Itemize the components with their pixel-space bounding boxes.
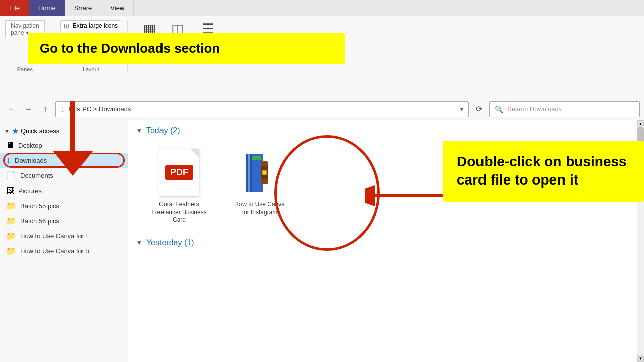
collapse-arrow-icon: ▼	[4, 128, 10, 134]
scroll-up-button[interactable]: ▲	[637, 120, 644, 127]
downloads-folder-icon: ↓	[6, 155, 11, 166]
sidebar-batch56-label: Batch 56 pics	[20, 217, 59, 225]
winrar-file-label: How to Use Canva for Instagram	[231, 201, 288, 216]
svg-rect-2	[250, 154, 252, 192]
search-icon: 🔍	[495, 105, 503, 113]
sidebar-batch55-label: Batch 55 pics	[20, 202, 59, 210]
sidebar-desktop-label: Desktop	[18, 142, 42, 149]
yesterday-section-header: ▼ Yesterday (1)	[136, 238, 629, 247]
today-collapse-icon[interactable]: ▼	[136, 127, 142, 134]
pictures-icon: 🖼	[6, 186, 14, 195]
refresh-button[interactable]: ⟳	[472, 102, 486, 116]
back-button[interactable]: ←	[4, 102, 18, 116]
extra-large-label: Extra large icons	[73, 22, 118, 29]
pdf-document-icon: PDF	[159, 149, 199, 197]
pdf-icon-wrapper: PDF	[154, 147, 204, 198]
pdf-badge: PDF	[165, 165, 193, 180]
svg-rect-1	[248, 154, 250, 192]
svg-rect-7	[263, 171, 266, 174]
address-chevron-icon: ▾	[460, 106, 463, 113]
extra-large-icons-btn[interactable]: ⊞ Extra large icons	[60, 20, 121, 31]
quick-access-label: Quick access	[21, 127, 59, 135]
batch55-folder-icon: 📁	[6, 201, 16, 211]
quick-access-header[interactable]: ▼ ★ Quick access	[0, 124, 128, 138]
address-bar[interactable]: ↓ This PC > Downloads ▾	[55, 101, 469, 117]
sidebar-pictures-label: Pictures	[18, 187, 42, 195]
downloads-icon: ↓	[61, 105, 65, 114]
forward-button[interactable]: →	[21, 102, 35, 116]
tab-file[interactable]: File	[0, 0, 29, 16]
quick-access-star-icon: ★	[12, 126, 19, 136]
sidebar-item-batch56[interactable]: 📁 Batch 56 pics	[0, 213, 128, 228]
sidebar-item-batch55[interactable]: 📁 Batch 55 pics	[0, 198, 128, 213]
sidebar-quick-access-items: 🖥 Desktop ↓ Downloads 📄 Documents 🖼 Pict…	[0, 138, 128, 258]
sidebar-canva1-label: How to Use Canva for F	[20, 232, 90, 240]
address-breadcrumb: This PC > Downloads	[68, 105, 460, 113]
pdf-file-label: Coral Feathers Freelancer Business Card	[150, 201, 208, 224]
yesterday-collapse-icon[interactable]: ▼	[136, 239, 142, 246]
sidebar-item-documents[interactable]: 📄 Documents	[0, 168, 128, 183]
yesterday-section-title: Yesterday (1)	[146, 238, 194, 247]
winrar-icon-wrapper	[234, 147, 285, 198]
sidebar-documents-label: Documents	[20, 172, 53, 179]
ribbon-group-panes-label: Panes	[5, 64, 45, 72]
search-bar[interactable]: 🔍 Search Downloads	[489, 101, 640, 117]
svg-rect-8	[252, 156, 261, 160]
sidebar-item-downloads[interactable]: ↓ Downloads	[0, 153, 128, 168]
extra-large-icon: ⊞	[64, 22, 70, 30]
callout-right: Double-click on business card file to op…	[443, 141, 644, 202]
canva2-folder-icon: 📁	[6, 246, 16, 256]
navigation-bar: ← → ↑ ↓ This PC > Downloads ▾ ⟳ 🔍 Search…	[0, 98, 644, 120]
file-item-pdf[interactable]: PDF Coral Feathers Freelancer Business C…	[146, 143, 212, 228]
tab-share[interactable]: Share	[65, 0, 102, 16]
tab-home[interactable]: Home	[29, 0, 65, 16]
up-button[interactable]: ↑	[38, 102, 52, 116]
today-section-title: Today (2)	[146, 126, 180, 135]
ribbon-tab-bar: File Home Share View	[0, 0, 644, 16]
batch56-folder-icon: 📁	[6, 216, 16, 226]
tab-view[interactable]: View	[101, 0, 134, 16]
sidebar: ▼ ★ Quick access 🖥 Desktop ↓ Downloads 📄…	[0, 120, 128, 362]
canva1-folder-icon: 📁	[6, 231, 16, 241]
sidebar-downloads-label: Downloads	[15, 157, 47, 164]
callout-right-text: Double-click on business card file to op…	[457, 154, 627, 188]
sidebar-item-desktop[interactable]: 🖥 Desktop	[0, 138, 128, 153]
ribbon-group-layout-label: Layout	[60, 64, 121, 72]
callout-top: Go to the Downloads section	[28, 33, 345, 64]
winrar-svg-icon	[242, 151, 278, 194]
callout-top-text: Go to the Downloads section	[40, 41, 220, 56]
sidebar-item-pictures[interactable]: 🖼 Pictures	[0, 183, 128, 198]
search-placeholder: Search Downloads	[507, 105, 562, 113]
sidebar-canva2-label: How to Use Canva for li	[20, 247, 89, 255]
documents-icon: 📄	[6, 171, 16, 180]
desktop-icon: 🖥	[6, 141, 14, 150]
today-section-header: ▼ Today (2)	[136, 126, 629, 135]
file-item-winrar[interactable]: How to Use Canva for Instagram	[227, 143, 292, 228]
sidebar-item-canva1[interactable]: 📁 How to Use Canva for F	[0, 228, 128, 243]
scroll-down-button[interactable]: ▼	[637, 355, 644, 362]
sidebar-item-canva2[interactable]: 📁 How to Use Canva for li	[0, 243, 128, 258]
